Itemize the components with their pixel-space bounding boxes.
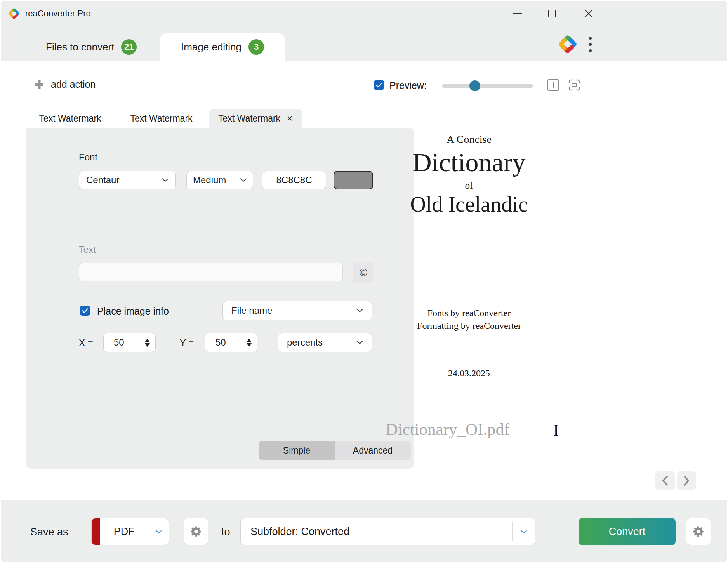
app-logo-icon xyxy=(7,6,21,21)
chevron-right-icon xyxy=(682,476,691,486)
preview-zoom-slider-thumb[interactable] xyxy=(469,80,480,91)
x-coordinate-label: X = xyxy=(79,337,93,348)
format-dropdown-arrow[interactable] xyxy=(149,530,169,534)
close-icon xyxy=(584,9,593,18)
y-coordinate-stepper[interactable]: 50 xyxy=(205,333,257,352)
maximize-icon xyxy=(548,10,556,17)
arrow-up-icon xyxy=(145,339,150,342)
chevron-left-icon xyxy=(661,476,669,486)
reaconverter-logo-icon xyxy=(556,32,580,58)
subtab-text-watermark-2[interactable]: Text Watermark xyxy=(118,109,205,128)
watermark-text-input[interactable] xyxy=(79,263,343,282)
preview-checkbox[interactable] xyxy=(374,80,384,90)
close-tab-icon[interactable]: ✕ xyxy=(287,114,293,123)
font-family-value: Centaur xyxy=(86,175,162,186)
tab-files-label: Files to convert xyxy=(46,41,114,53)
destination-dropdown-arrow[interactable] xyxy=(513,530,535,534)
preview-document-date: 24.03.2025 xyxy=(395,368,543,379)
add-action-label: add action xyxy=(51,79,96,90)
filename-watermark-text: Dictionary_OI.pdf xyxy=(374,420,521,439)
font-style-select[interactable]: Medium xyxy=(186,171,253,189)
destination-select[interactable]: Subfolder: Converted xyxy=(240,518,535,545)
save-as-label: Save as xyxy=(30,526,68,538)
image-info-source-select[interactable]: File name xyxy=(222,301,372,320)
close-button[interactable] xyxy=(580,6,598,21)
preview-label: Preview: xyxy=(389,80,427,91)
dot-icon xyxy=(589,37,592,40)
text-section-label: Text xyxy=(79,244,96,255)
output-format-select[interactable]: PDF xyxy=(91,518,169,545)
arrow-down-icon xyxy=(145,343,150,347)
minimize-button[interactable] xyxy=(508,6,526,21)
fullscreen-preview-button[interactable] xyxy=(568,78,581,92)
font-color-hex-input[interactable]: 8C8C8C xyxy=(262,171,326,189)
chevron-down-icon xyxy=(155,530,162,534)
convert-button-label: Convert xyxy=(609,526,646,538)
chevron-down-icon xyxy=(356,341,363,344)
tab-image-editing-label: Image editing xyxy=(181,41,242,53)
preview-document-title: A Concise Dictionary of Old Icelandic xyxy=(395,132,543,217)
previous-page-button[interactable] xyxy=(655,471,675,490)
stepper-arrows[interactable] xyxy=(145,339,150,347)
chevron-down-icon xyxy=(356,309,363,313)
y-coordinate-label: Y = xyxy=(180,337,194,348)
mode-simple-label: Simple xyxy=(283,445,310,456)
to-label: to xyxy=(221,526,230,538)
next-page-button[interactable] xyxy=(677,471,696,490)
preview-document-credits: Fonts by reaConverter Formatting by reaC… xyxy=(395,307,543,332)
doc-credit-line1: Fonts by reaConverter xyxy=(395,307,543,320)
copyright-icon: © xyxy=(360,267,367,279)
font-color-swatch[interactable] xyxy=(334,171,373,189)
font-color-hex-value: 8C8C8C xyxy=(276,175,312,186)
stepper-arrows[interactable] xyxy=(247,339,252,347)
dot-icon xyxy=(589,49,592,52)
units-select[interactable]: percents xyxy=(278,333,372,352)
dot-icon xyxy=(589,43,592,46)
image-info-source-value: File name xyxy=(231,305,356,316)
mode-advanced-button[interactable]: Advanced xyxy=(335,441,411,460)
mode-simple-button[interactable]: Simple xyxy=(259,441,335,460)
y-coordinate-value: 50 xyxy=(215,337,247,348)
chevron-down-icon xyxy=(520,530,527,534)
x-coordinate-stepper[interactable]: 50 xyxy=(103,333,156,352)
minimize-icon xyxy=(513,13,522,14)
place-image-info-checkbox[interactable] xyxy=(80,306,90,316)
output-format-value: PDF xyxy=(100,526,149,538)
copyright-symbol-button[interactable]: © xyxy=(353,262,374,283)
gear-icon xyxy=(189,525,203,538)
subtab-text-watermark-3-active[interactable]: Text Watermark ✕ xyxy=(209,109,302,128)
subtab-label: Text Watermark xyxy=(130,113,192,123)
arrow-up-icon xyxy=(247,339,252,342)
gear-icon xyxy=(692,525,705,538)
doc-title-line3: of xyxy=(395,180,543,191)
subtab-text-watermark-1[interactable]: Text Watermark xyxy=(26,109,114,128)
place-image-info-label: Place image info xyxy=(97,306,169,317)
conversion-footer: Save as PDF to Subfolder: Converted xyxy=(1,500,727,562)
subtab-label: Text Watermark xyxy=(39,113,101,123)
overflow-menu-button[interactable] xyxy=(589,37,592,52)
convert-button[interactable]: Convert xyxy=(579,518,676,545)
format-color-bar xyxy=(92,518,100,545)
font-style-value: Medium xyxy=(193,175,240,186)
check-icon xyxy=(376,83,382,88)
chevron-down-icon xyxy=(240,178,247,182)
check-icon xyxy=(82,308,88,313)
subtab-label: Text Watermark xyxy=(218,113,280,124)
slider-track[interactable] xyxy=(442,84,533,88)
tab-image-editing[interactable]: Image editing 3 xyxy=(160,33,285,61)
preview-zoom-slider[interactable] xyxy=(442,82,533,90)
watermark-editor-panel: Font Centaur Medium 8C8C8C Text © xyxy=(26,128,414,469)
actions-count-badge: 3 xyxy=(248,39,264,55)
font-family-select[interactable]: Centaur xyxy=(79,171,176,189)
format-settings-button[interactable] xyxy=(184,518,208,545)
window-title: reaConverter Pro xyxy=(25,9,91,19)
maximize-button[interactable] xyxy=(543,6,561,21)
fullscreen-icon xyxy=(568,78,581,92)
conversion-settings-button[interactable] xyxy=(686,518,711,545)
page-numeral: I xyxy=(553,421,559,440)
add-action-button[interactable]: add action xyxy=(34,79,96,90)
arrow-down-icon xyxy=(247,343,252,347)
tab-files-to-convert[interactable]: Files to convert 21 xyxy=(46,33,155,61)
zoom-actual-size-button[interactable] xyxy=(547,78,560,92)
app-window: reaConverter Pro Files to convert 21 Ima… xyxy=(1,1,727,562)
